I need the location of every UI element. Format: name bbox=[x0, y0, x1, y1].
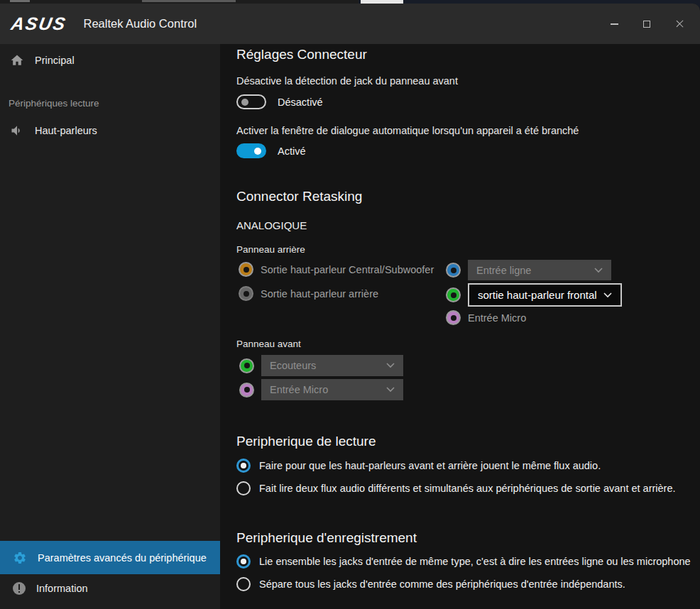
sidebar-item-speakers[interactable]: Haut-parleurs bbox=[10, 124, 97, 138]
jack-icon-orange bbox=[239, 262, 253, 277]
maximize-button[interactable] bbox=[630, 4, 663, 44]
label-auto-popup-dialog: Activer la fenêtre de dialogue automatiq… bbox=[236, 125, 579, 136]
rear-jack-line-in: Entrée ligne bbox=[446, 260, 611, 280]
sidebar-item-information[interactable]: Information bbox=[13, 582, 88, 595]
sidebar-item-advanced-settings[interactable]: Paramètres avancés du périphérique bbox=[0, 541, 220, 574]
app-window: ASUS Realtek Audio Control Principal Pér… bbox=[0, 4, 700, 609]
toggle-knob bbox=[254, 148, 261, 155]
sidebar-item-principal[interactable]: Principal bbox=[10, 53, 75, 67]
sidebar-item-label: Information bbox=[36, 583, 88, 594]
window-title: Realtek Audio Control bbox=[83, 17, 197, 31]
label-front-panel: Panneau avant bbox=[236, 339, 301, 349]
label-rear-panel: Panneau arrière bbox=[236, 244, 305, 255]
speaker-icon bbox=[10, 124, 24, 138]
dropdown-value: Entrée ligne bbox=[476, 265, 531, 276]
dropdown-value: Ecouteurs bbox=[270, 360, 316, 371]
toggle-row-jack-detection: Désactivé bbox=[236, 94, 323, 109]
toggle-row-auto-popup: Activé bbox=[236, 143, 306, 158]
close-icon bbox=[675, 19, 684, 28]
auto-popup-toggle[interactable] bbox=[236, 143, 266, 158]
jack-icon-purple bbox=[446, 310, 461, 325]
app-body: Principal Périphériques lecture Haut-par… bbox=[0, 44, 700, 609]
toggle-knob bbox=[241, 99, 248, 106]
toggle-state-label: Désactivé bbox=[278, 97, 323, 108]
radio-unselected[interactable] bbox=[236, 577, 251, 591]
line-in-dropdown[interactable]: Entrée ligne bbox=[468, 260, 611, 280]
jack-icon-blue bbox=[446, 263, 461, 278]
sidebar: Principal Périphériques lecture Haut-par… bbox=[0, 44, 220, 609]
background-text-fragment bbox=[142, 0, 236, 2]
window-controls bbox=[598, 4, 696, 44]
subsection-analog: ANALOGIQUE bbox=[236, 219, 307, 231]
jack-icon-gray bbox=[239, 286, 253, 301]
recording-option-separate-jacks: Sépare tous les jacks d'entrée comme des… bbox=[236, 577, 700, 591]
jack-detection-toggle[interactable] bbox=[236, 94, 266, 109]
asus-logo: ASUS bbox=[9, 13, 68, 34]
radio-selected[interactable] bbox=[236, 554, 251, 569]
rear-jack-mic-in: Entrée Micro bbox=[446, 310, 526, 325]
chevron-down-icon bbox=[386, 387, 395, 393]
jack-label: Entrée Micro bbox=[468, 312, 526, 324]
rear-jack-front-speaker-out: sortie haut-parleur frontal bbox=[446, 283, 622, 307]
sidebar-section-playback-devices: Périphériques lecture bbox=[9, 98, 99, 109]
chevron-down-icon bbox=[386, 363, 395, 368]
minimize-icon bbox=[611, 23, 618, 25]
dropdown-value: Entrée Micro bbox=[270, 384, 328, 395]
rear-jack-center-subwoofer: Sortie haut-parleur Central/Subwoofer bbox=[239, 262, 434, 277]
jack-label: Sortie haut-parleur Central/Subwoofer bbox=[261, 264, 434, 275]
section-title-connector-retasking: Connector Retasking bbox=[236, 189, 362, 204]
home-icon bbox=[10, 53, 24, 67]
sidebar-item-label: Principal bbox=[35, 55, 75, 66]
jack-icon-green bbox=[446, 287, 461, 302]
main-content: Réglages Connecteur Désactive la détecti… bbox=[220, 44, 700, 609]
radio-label: Sépare tous les jacks d'entrée comme des… bbox=[259, 578, 625, 590]
sidebar-item-label: Paramètres avancés du périphérique bbox=[38, 552, 207, 564]
jack-icon-green bbox=[239, 358, 254, 373]
section-title-recording-device: Peripherique d'enregistrement bbox=[236, 530, 417, 546]
radio-unselected[interactable] bbox=[236, 481, 251, 495]
front-mic-dropdown[interactable]: Entrée Micro bbox=[261, 379, 403, 400]
dropdown-value: sortie haut-parleur frontal bbox=[478, 289, 597, 301]
front-jack-mic-in: Entrée Micro bbox=[239, 379, 403, 400]
front-speaker-out-dropdown[interactable]: sortie haut-parleur frontal bbox=[468, 283, 622, 307]
label-front-jack-detection: Désactive la détection de jack du pannea… bbox=[236, 75, 458, 87]
section-title-playback-device: Peripherique de lecture bbox=[236, 434, 376, 449]
screen: ASUS Realtek Audio Control Principal Pér… bbox=[0, 0, 700, 609]
section-title-connector-settings: Réglages Connecteur bbox=[236, 47, 367, 62]
maximize-icon bbox=[643, 21, 650, 28]
chevron-down-icon bbox=[603, 292, 612, 298]
close-button[interactable] bbox=[663, 4, 696, 44]
sidebar-item-label: Haut-parleurs bbox=[35, 125, 97, 136]
rear-jack-rear-speaker: Sortie haut-parleur arrière bbox=[239, 286, 378, 301]
recording-option-tie-jacks: Lie ensemble les jacks d'entrée de même … bbox=[236, 554, 700, 569]
playback-option-different-streams: Fait lire deux flux audio différents et … bbox=[236, 481, 700, 495]
minimize-button[interactable] bbox=[598, 4, 630, 44]
playback-option-same-stream: Faire pour que les haut-parleurs avant e… bbox=[236, 459, 700, 473]
front-jack-headphones: Ecouteurs bbox=[239, 355, 403, 376]
headphones-dropdown[interactable]: Ecouteurs bbox=[261, 355, 403, 376]
gear-icon bbox=[13, 551, 27, 565]
radio-label: Lie ensemble les jacks d'entrée de même … bbox=[259, 556, 691, 567]
titlebar: ASUS Realtek Audio Control bbox=[0, 4, 700, 44]
chevron-down-icon bbox=[594, 268, 603, 273]
radio-label: Fait lire deux flux audio différents et … bbox=[259, 483, 676, 494]
background-text-fragment bbox=[10, 0, 30, 2]
info-icon bbox=[13, 582, 26, 595]
radio-label: Faire pour que les haut-parleurs avant e… bbox=[259, 460, 601, 471]
jack-label: Sortie haut-parleur arrière bbox=[261, 288, 378, 300]
radio-selected[interactable] bbox=[236, 459, 251, 473]
jack-icon-purple bbox=[239, 383, 254, 397]
toggle-state-label: Activé bbox=[278, 146, 306, 157]
